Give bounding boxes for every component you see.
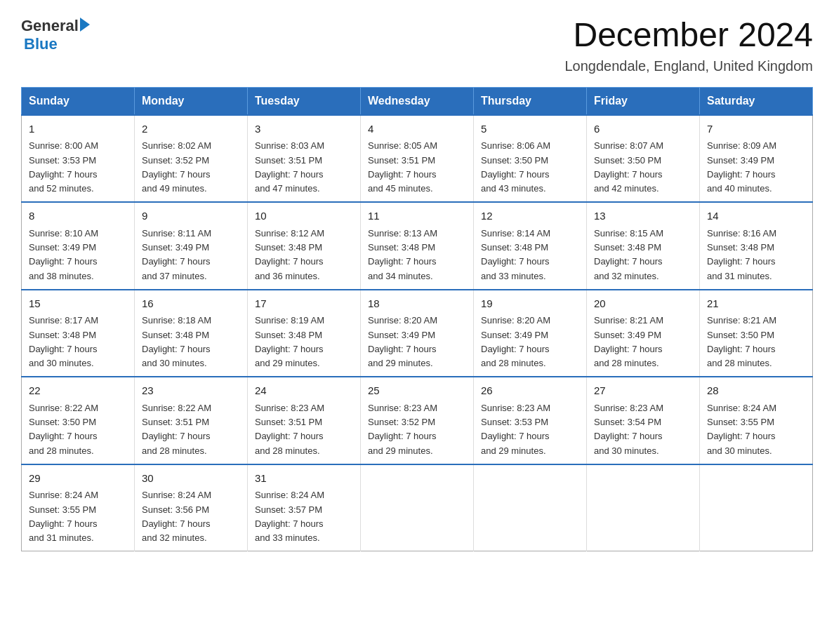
day-info: Sunrise: 8:14 AMSunset: 3:48 PMDaylight:… bbox=[481, 228, 550, 281]
day-number: 8 bbox=[29, 208, 127, 224]
header-cell-thursday: Thursday bbox=[474, 87, 587, 115]
day-info: Sunrise: 8:20 AMSunset: 3:49 PMDaylight:… bbox=[481, 315, 550, 368]
day-cell bbox=[700, 464, 813, 551]
day-number: 3 bbox=[255, 121, 353, 137]
day-number: 28 bbox=[707, 383, 805, 399]
day-info: Sunrise: 8:11 AMSunset: 3:49 PMDaylight:… bbox=[142, 228, 211, 281]
day-cell: 18Sunrise: 8:20 AMSunset: 3:49 PMDayligh… bbox=[361, 290, 474, 377]
day-number: 25 bbox=[368, 383, 466, 399]
day-info: Sunrise: 8:24 AMSunset: 3:57 PMDaylight:… bbox=[255, 490, 324, 543]
day-info: Sunrise: 8:20 AMSunset: 3:49 PMDaylight:… bbox=[368, 315, 437, 368]
header-cell-monday: Monday bbox=[135, 87, 248, 115]
day-cell: 12Sunrise: 8:14 AMSunset: 3:48 PMDayligh… bbox=[474, 202, 587, 290]
day-info: Sunrise: 8:23 AMSunset: 3:54 PMDaylight:… bbox=[594, 403, 663, 456]
day-info: Sunrise: 8:23 AMSunset: 3:51 PMDaylight:… bbox=[255, 403, 324, 456]
day-cell: 25Sunrise: 8:23 AMSunset: 3:52 PMDayligh… bbox=[361, 377, 474, 464]
week-row-4: 22Sunrise: 8:22 AMSunset: 3:50 PMDayligh… bbox=[22, 377, 813, 464]
day-cell: 27Sunrise: 8:23 AMSunset: 3:54 PMDayligh… bbox=[587, 377, 700, 464]
day-number: 5 bbox=[481, 121, 579, 137]
day-cell: 20Sunrise: 8:21 AMSunset: 3:49 PMDayligh… bbox=[587, 290, 700, 377]
day-cell: 15Sunrise: 8:17 AMSunset: 3:48 PMDayligh… bbox=[22, 290, 135, 377]
day-number: 11 bbox=[368, 208, 466, 224]
day-number: 23 bbox=[142, 383, 240, 399]
week-row-3: 15Sunrise: 8:17 AMSunset: 3:48 PMDayligh… bbox=[22, 290, 813, 377]
logo-arrow-icon bbox=[80, 18, 90, 32]
day-number: 2 bbox=[142, 121, 240, 137]
day-cell: 14Sunrise: 8:16 AMSunset: 3:48 PMDayligh… bbox=[700, 202, 813, 290]
day-cell bbox=[587, 464, 700, 551]
header-cell-sunday: Sunday bbox=[22, 87, 135, 115]
week-row-1: 1Sunrise: 8:00 AMSunset: 3:53 PMDaylight… bbox=[22, 115, 813, 203]
day-info: Sunrise: 8:00 AMSunset: 3:53 PMDaylight:… bbox=[29, 140, 98, 194]
day-info: Sunrise: 8:21 AMSunset: 3:50 PMDaylight:… bbox=[707, 315, 776, 368]
day-number: 12 bbox=[481, 208, 579, 224]
day-info: Sunrise: 8:02 AMSunset: 3:52 PMDaylight:… bbox=[142, 140, 211, 194]
day-cell: 9Sunrise: 8:11 AMSunset: 3:49 PMDaylight… bbox=[135, 202, 248, 290]
header-cell-wednesday: Wednesday bbox=[361, 87, 474, 115]
calendar-title: December 2024 bbox=[564, 17, 813, 54]
day-cell bbox=[361, 464, 474, 551]
day-number: 16 bbox=[142, 296, 240, 312]
day-cell: 23Sunrise: 8:22 AMSunset: 3:51 PMDayligh… bbox=[135, 377, 248, 464]
logo-blue: Blue bbox=[24, 35, 90, 53]
day-info: Sunrise: 8:17 AMSunset: 3:48 PMDaylight:… bbox=[29, 315, 98, 368]
day-info: Sunrise: 8:19 AMSunset: 3:48 PMDaylight:… bbox=[255, 315, 324, 368]
day-cell: 1Sunrise: 8:00 AMSunset: 3:53 PMDaylight… bbox=[22, 115, 135, 203]
day-info: Sunrise: 8:18 AMSunset: 3:48 PMDaylight:… bbox=[142, 315, 211, 368]
day-info: Sunrise: 8:15 AMSunset: 3:48 PMDaylight:… bbox=[594, 228, 663, 281]
day-info: Sunrise: 8:13 AMSunset: 3:48 PMDaylight:… bbox=[368, 228, 437, 281]
day-number: 17 bbox=[255, 296, 353, 312]
day-number: 19 bbox=[481, 296, 579, 312]
day-number: 6 bbox=[594, 121, 692, 137]
day-info: Sunrise: 8:16 AMSunset: 3:48 PMDaylight:… bbox=[707, 228, 776, 281]
day-number: 9 bbox=[142, 208, 240, 224]
day-cell: 10Sunrise: 8:12 AMSunset: 3:48 PMDayligh… bbox=[248, 202, 361, 290]
day-number: 24 bbox=[255, 383, 353, 399]
day-cell: 3Sunrise: 8:03 AMSunset: 3:51 PMDaylight… bbox=[248, 115, 361, 203]
day-cell: 7Sunrise: 8:09 AMSunset: 3:49 PMDaylight… bbox=[700, 115, 813, 203]
day-info: Sunrise: 8:24 AMSunset: 3:55 PMDaylight:… bbox=[707, 403, 776, 456]
day-number: 26 bbox=[481, 383, 579, 399]
day-number: 30 bbox=[142, 471, 240, 487]
day-info: Sunrise: 8:22 AMSunset: 3:51 PMDaylight:… bbox=[142, 403, 211, 456]
day-cell: 6Sunrise: 8:07 AMSunset: 3:50 PMDaylight… bbox=[587, 115, 700, 203]
calendar-table: SundayMondayTuesdayWednesdayThursdayFrid… bbox=[21, 87, 813, 552]
day-number: 18 bbox=[368, 296, 466, 312]
day-number: 1 bbox=[29, 121, 127, 137]
day-cell bbox=[474, 464, 587, 551]
day-info: Sunrise: 8:05 AMSunset: 3:51 PMDaylight:… bbox=[368, 140, 437, 194]
day-cell: 8Sunrise: 8:10 AMSunset: 3:49 PMDaylight… bbox=[22, 202, 135, 290]
week-row-5: 29Sunrise: 8:24 AMSunset: 3:55 PMDayligh… bbox=[22, 464, 813, 551]
day-cell: 19Sunrise: 8:20 AMSunset: 3:49 PMDayligh… bbox=[474, 290, 587, 377]
day-info: Sunrise: 8:09 AMSunset: 3:49 PMDaylight:… bbox=[707, 140, 776, 194]
day-cell: 24Sunrise: 8:23 AMSunset: 3:51 PMDayligh… bbox=[248, 377, 361, 464]
day-number: 15 bbox=[29, 296, 127, 312]
day-info: Sunrise: 8:23 AMSunset: 3:52 PMDaylight:… bbox=[368, 403, 437, 456]
header-cell-tuesday: Tuesday bbox=[248, 87, 361, 115]
day-cell: 22Sunrise: 8:22 AMSunset: 3:50 PMDayligh… bbox=[22, 377, 135, 464]
day-number: 20 bbox=[594, 296, 692, 312]
day-number: 29 bbox=[29, 471, 127, 487]
day-info: Sunrise: 8:24 AMSunset: 3:55 PMDaylight:… bbox=[29, 490, 98, 543]
header-cell-friday: Friday bbox=[587, 87, 700, 115]
day-cell: 2Sunrise: 8:02 AMSunset: 3:52 PMDaylight… bbox=[135, 115, 248, 203]
day-cell: 30Sunrise: 8:24 AMSunset: 3:56 PMDayligh… bbox=[135, 464, 248, 551]
day-number: 21 bbox=[707, 296, 805, 312]
day-cell: 29Sunrise: 8:24 AMSunset: 3:55 PMDayligh… bbox=[22, 464, 135, 551]
day-cell: 16Sunrise: 8:18 AMSunset: 3:48 PMDayligh… bbox=[135, 290, 248, 377]
day-info: Sunrise: 8:12 AMSunset: 3:48 PMDaylight:… bbox=[255, 228, 324, 281]
header-row: SundayMondayTuesdayWednesdayThursdayFrid… bbox=[22, 87, 813, 115]
day-info: Sunrise: 8:06 AMSunset: 3:50 PMDaylight:… bbox=[481, 140, 550, 194]
day-cell: 26Sunrise: 8:23 AMSunset: 3:53 PMDayligh… bbox=[474, 377, 587, 464]
day-info: Sunrise: 8:07 AMSunset: 3:50 PMDaylight:… bbox=[594, 140, 663, 194]
day-cell: 4Sunrise: 8:05 AMSunset: 3:51 PMDaylight… bbox=[361, 115, 474, 203]
day-cell: 17Sunrise: 8:19 AMSunset: 3:48 PMDayligh… bbox=[248, 290, 361, 377]
day-number: 7 bbox=[707, 121, 805, 137]
day-info: Sunrise: 8:23 AMSunset: 3:53 PMDaylight:… bbox=[481, 403, 550, 456]
day-number: 31 bbox=[255, 471, 353, 487]
day-number: 22 bbox=[29, 383, 127, 399]
week-row-2: 8Sunrise: 8:10 AMSunset: 3:49 PMDaylight… bbox=[22, 202, 813, 290]
page-header: General Blue December 2024 Longdendale, … bbox=[21, 17, 813, 74]
logo-general: General bbox=[21, 17, 79, 35]
day-info: Sunrise: 8:22 AMSunset: 3:50 PMDaylight:… bbox=[29, 403, 98, 456]
